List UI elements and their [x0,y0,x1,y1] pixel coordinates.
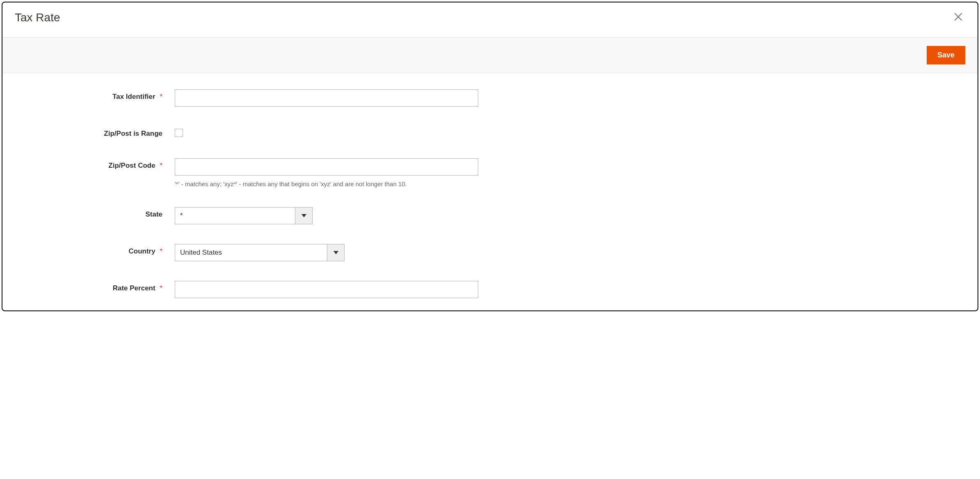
modal-title: Tax Rate [15,11,60,24]
label-text: Tax Identifier [112,93,155,100]
row-zip-is-range: Zip/Post is Range [15,126,965,139]
zip-code-label: Zip/Post Code * [15,158,175,170]
toolbar: Save [2,37,978,73]
tax-rate-modal: Tax Rate Save Tax Identifier * Zip/Post … [2,2,978,311]
country-label: Country * [15,244,175,255]
save-button[interactable]: Save [927,46,965,64]
tax-identifier-label: Tax Identifier * [15,89,175,101]
row-rate-percent: Rate Percent * [15,281,965,298]
rate-percent-input[interactable] [175,281,478,298]
country-value: United States [175,244,327,261]
label-text: Country [128,247,155,255]
row-state: State * [15,207,965,224]
required-mark: * [160,93,162,100]
state-select[interactable]: * [175,207,313,224]
zip-code-input[interactable] [175,158,478,176]
label-text: Rate Percent [113,284,155,292]
row-tax-identifier: Tax Identifier * [15,89,965,107]
rate-percent-label: Rate Percent * [15,281,175,292]
close-button[interactable] [951,10,965,25]
zip-code-hint: '*' - matches any; 'xyz*' - matches any … [175,180,965,187]
chevron-down-icon [327,244,344,261]
zip-is-range-checkbox[interactable] [175,129,183,137]
state-value: * [175,208,295,224]
tax-identifier-input[interactable] [175,89,478,107]
zip-is-range-label: Zip/Post is Range [15,126,175,138]
chevron-down-icon [295,208,312,224]
country-select[interactable]: United States [175,244,345,261]
required-mark: * [160,162,162,169]
modal-header: Tax Rate [2,2,978,37]
row-zip-code: Zip/Post Code * '*' - matches any; 'xyz*… [15,158,965,187]
state-label: State [15,207,175,219]
required-mark: * [160,247,162,255]
svg-marker-2 [302,214,306,217]
row-country: Country * United States [15,244,965,261]
svg-marker-3 [334,251,338,254]
required-mark: * [160,284,162,292]
form: Tax Identifier * Zip/Post is Range Zip/P… [2,73,978,310]
close-icon [953,17,964,23]
label-text: Zip/Post is Range [104,130,162,137]
label-text: Zip/Post Code [108,162,155,169]
label-text: State [145,210,162,218]
